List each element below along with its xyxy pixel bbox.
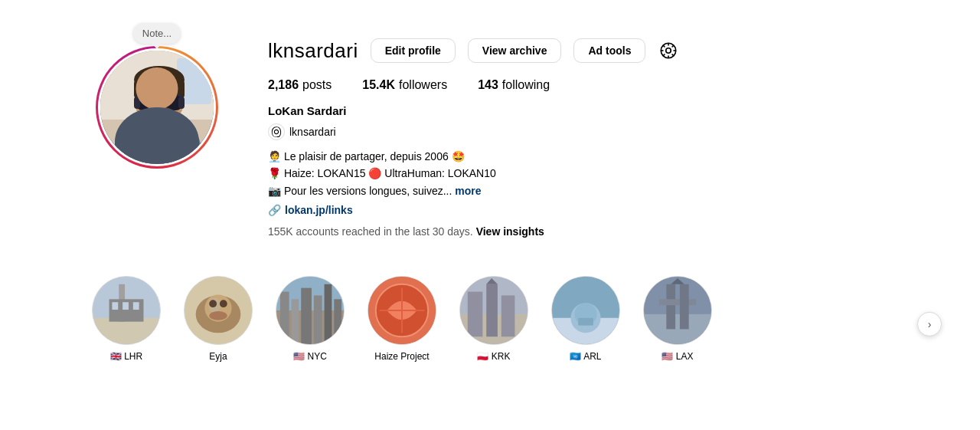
highlight-label-lax: 🇺🇸 LAX <box>662 351 693 362</box>
highlight-item-lhr[interactable]: 🇬🇧 LHR <box>92 276 161 362</box>
bio-url[interactable]: lokan.jp/links <box>285 204 353 216</box>
highlight-label-nyc: 🇺🇸 NYC <box>293 351 327 362</box>
svg-point-3 <box>117 116 201 164</box>
svg-rect-50 <box>468 292 483 337</box>
highlight-label-haize: Haize Project <box>374 351 429 362</box>
highlight-item-eyja[interactable]: Eyja <box>184 276 253 362</box>
highlight-label-lhr: 🇬🇧 LHR <box>110 351 142 362</box>
highlight-circle-lhr <box>92 276 161 345</box>
following-label: following <box>502 78 550 92</box>
bio-line2: 🌹 Haize: LOKAN15 🔴 UltraHuman: LOKAN10 <box>268 165 934 182</box>
svg-rect-10 <box>134 97 140 109</box>
svg-rect-42 <box>301 288 312 344</box>
profile-header: lknsardari Edit profile View archive Ad … <box>268 38 934 63</box>
ad-tools-button[interactable]: Ad tools <box>573 38 645 63</box>
following-count: 143 <box>478 78 498 92</box>
svg-rect-62 <box>659 300 697 306</box>
threads-link[interactable]: lknsardari <box>268 123 934 140</box>
svg-point-13 <box>150 110 168 117</box>
highlight-thumb-haize <box>368 277 436 344</box>
svg-rect-25 <box>93 318 160 344</box>
highlight-thumb-lhr <box>93 277 160 344</box>
bio-more-link[interactable]: more <box>455 185 481 197</box>
svg-rect-28 <box>112 302 118 310</box>
avatar-ring-inner <box>98 48 216 166</box>
posts-stat[interactable]: 2,186 posts <box>268 78 332 92</box>
avatar-ring <box>96 46 218 169</box>
threads-icon <box>268 123 285 140</box>
view-archive-button[interactable]: View archive <box>468 38 562 63</box>
posts-label: posts <box>302 78 332 92</box>
svg-rect-51 <box>486 284 498 336</box>
svg-line-20 <box>663 45 665 47</box>
highlight-thumb-krk <box>460 277 528 344</box>
svg-line-21 <box>672 54 674 56</box>
bio-link[interactable]: 🔗 lokan.jp/links <box>268 204 934 216</box>
highlight-label-arl: 🇺🇳 ARL <box>570 351 601 362</box>
highlight-circle-eyja <box>184 276 253 345</box>
settings-icon[interactable] <box>658 40 679 61</box>
followers-count: 15.4K <box>362 78 395 92</box>
highlight-item-nyc[interactable]: 🇺🇸 NYC <box>276 276 345 362</box>
highlight-item-arl[interactable]: 🇺🇳 ARL <box>551 276 620 362</box>
highlight-item-krk[interactable]: 🇵🇱 KRK <box>459 276 528 362</box>
svg-rect-43 <box>314 296 322 345</box>
edit-profile-button[interactable]: Edit profile <box>371 38 456 63</box>
followers-stat[interactable]: 15.4K followers <box>362 78 447 92</box>
avatar-svg <box>100 51 214 164</box>
svg-rect-41 <box>292 300 299 345</box>
highlight-thumb-eyja <box>185 277 252 344</box>
threads-handle: lknsardari <box>289 126 336 138</box>
highlight-label-eyja: Eyja <box>209 351 227 362</box>
stats-row: 2,186 posts 15.4K followers 143 followin… <box>268 78 934 92</box>
highlight-circle-haize <box>368 276 436 345</box>
svg-rect-58 <box>578 318 593 326</box>
svg-rect-4 <box>150 110 168 126</box>
avatar-section: Note... <box>92 31 222 169</box>
highlights-section: 🇬🇧 LHREyja🇺🇸 NYCHaize Project🇵🇱 KRK🇺🇳 AR… <box>0 276 980 377</box>
highlight-circle-krk <box>459 276 528 345</box>
view-insights-link[interactable]: View insights <box>476 225 544 238</box>
svg-rect-29 <box>122 302 129 310</box>
svg-rect-61 <box>666 284 675 330</box>
svg-point-36 <box>220 300 227 307</box>
avatar[interactable] <box>100 51 214 164</box>
highlight-thumb-arl <box>552 277 619 344</box>
svg-point-12 <box>142 107 176 125</box>
svg-rect-63 <box>680 284 689 330</box>
svg-point-35 <box>209 300 217 307</box>
highlights-next-button[interactable]: › <box>917 312 942 336</box>
svg-rect-44 <box>325 284 332 344</box>
highlight-circle-nyc <box>276 276 345 345</box>
profile-container: Note... <box>0 0 980 276</box>
svg-point-37 <box>209 311 227 320</box>
note-bubble[interactable]: Note... <box>133 23 181 44</box>
profile-info: lknsardari Edit profile View archive Ad … <box>268 31 934 261</box>
svg-line-23 <box>663 54 665 56</box>
svg-point-6 <box>134 66 185 94</box>
svg-rect-45 <box>334 300 341 345</box>
followers-label: followers <box>399 78 447 92</box>
username: lknsardari <box>268 39 358 63</box>
insights-row: 155K accounts reached in the last 30 day… <box>268 225 934 238</box>
svg-rect-60 <box>644 314 711 344</box>
following-stat[interactable]: 143 following <box>478 78 550 92</box>
svg-rect-9 <box>136 95 182 110</box>
posts-count: 2,186 <box>268 78 299 92</box>
settings-svg <box>658 41 678 61</box>
highlight-thumb-nyc <box>276 277 344 344</box>
highlight-item-haize[interactable]: Haize Project <box>368 276 436 362</box>
highlight-label-krk: 🇵🇱 KRK <box>477 351 510 362</box>
highlight-circle-lax <box>643 276 712 345</box>
link-icon: 🔗 <box>268 204 281 216</box>
svg-rect-52 <box>501 296 515 337</box>
highlight-item-lax[interactable]: 🇺🇸 LAX <box>643 276 712 362</box>
svg-rect-40 <box>280 292 289 344</box>
svg-rect-30 <box>133 302 139 310</box>
bio-line3: 📷 Pour les versions longues, suivez... <box>268 185 452 197</box>
svg-rect-11 <box>178 97 185 109</box>
bio-line1: 🧑‍💼 Le plaisir de partager, depuis 2006 … <box>268 148 934 165</box>
svg-point-15 <box>666 48 671 54</box>
svg-rect-7 <box>134 80 142 99</box>
full-name: LoKan Sardari <box>268 104 934 117</box>
